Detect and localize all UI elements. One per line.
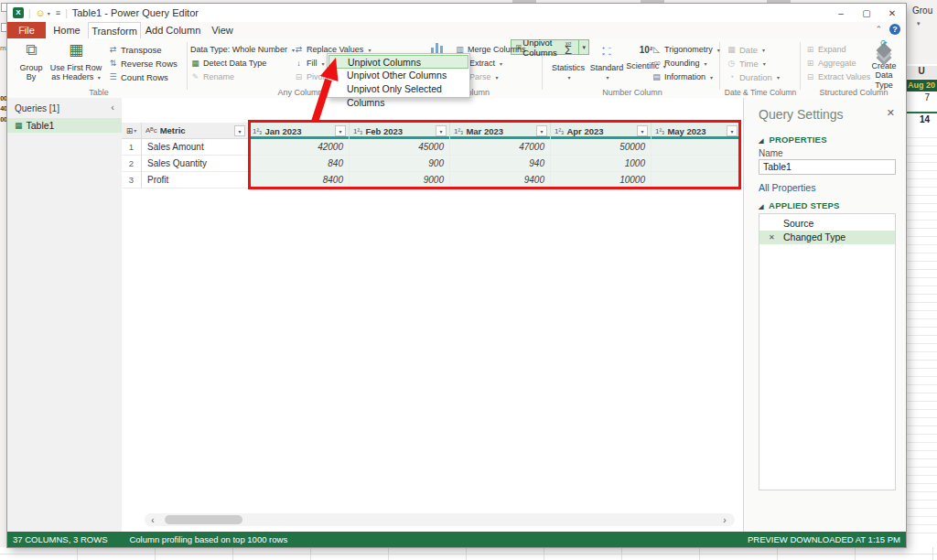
query-item-table1[interactable]: ▦ Table1 xyxy=(7,118,122,133)
grid-cell[interactable]: Profit xyxy=(142,172,249,188)
grid-cell[interactable]: 50000 xyxy=(551,139,652,156)
group-by-button[interactable]: ⧉ Group By xyxy=(15,41,48,82)
grid-cell[interactable] xyxy=(652,172,741,188)
fill-button[interactable]: ↓ Fill ▾ xyxy=(294,57,325,70)
rounding-button[interactable]: .00 Rounding ▾ xyxy=(652,57,707,70)
column-header-feb-2023[interactable]: 1²₃Feb 2023▾ xyxy=(350,123,450,139)
delete-step-icon[interactable]: ✕ xyxy=(769,231,775,244)
excel-cell-value: 00 xyxy=(0,116,7,123)
grid-cell[interactable]: 940 xyxy=(450,156,551,172)
ribbon-tabs: File Home Transform Add Column View xyxy=(7,22,906,39)
minimize-button[interactable]: – xyxy=(835,8,847,18)
menu-item-1[interactable]: Unpivot Other Columns xyxy=(328,69,468,82)
button-label: Parse xyxy=(469,72,491,81)
menu-item-0[interactable]: Unpivot Columns xyxy=(328,55,468,69)
grid-cell[interactable]: Sales Quantity xyxy=(142,156,249,172)
data-type-button[interactable]: Data Type: Whole Number ▾ xyxy=(190,43,295,56)
column-header-may-2023[interactable]: 1²₃May 2023▾ xyxy=(652,123,741,139)
grid-cell[interactable]: 9000 xyxy=(350,172,450,188)
feedback-smiley-icon[interactable]: ☺ xyxy=(36,7,46,18)
grid-cell[interactable]: 900 xyxy=(350,156,450,172)
grid-cell[interactable]: 840 xyxy=(249,156,350,172)
query-name-input[interactable]: Table1 xyxy=(759,159,896,175)
rename-button[interactable]: ✎ Rename xyxy=(190,70,234,83)
statistics-button[interactable]: χσΣ Statistics ▾ xyxy=(549,41,587,82)
column-header-jan-2023[interactable]: 1²₃Jan 2023▾ xyxy=(249,123,350,139)
all-properties-link[interactable]: All Properties xyxy=(759,182,815,193)
date-icon: ▦ xyxy=(727,45,737,54)
rename-icon: ✎ xyxy=(190,72,200,81)
grid-cell[interactable]: 47000 xyxy=(450,139,551,156)
tab-file[interactable]: File xyxy=(7,22,46,38)
time-button[interactable]: ◷ Time ▾ xyxy=(727,57,766,70)
excel-rows xyxy=(906,130,937,534)
filter-button[interactable]: ▾ xyxy=(727,125,738,136)
group-separator xyxy=(800,42,801,90)
extract-values-button[interactable]: ⊟ Extract Values xyxy=(805,70,870,83)
grid-cell[interactable] xyxy=(652,156,741,172)
standard-button[interactable]: +−×÷ Standard ▾ xyxy=(587,41,626,82)
horizontal-scrollbar[interactable]: ‹ › xyxy=(145,513,735,526)
column-header-apr-2023[interactable]: 1²₃Apr 2023▾ xyxy=(551,123,652,139)
date-button[interactable]: ▦ Date ▾ xyxy=(727,43,765,56)
scroll-right-icon[interactable]: › xyxy=(716,515,733,525)
count-rows-button[interactable]: ☰ Count Rows xyxy=(108,70,168,83)
duration-button[interactable]: ◔ Duration ▾ xyxy=(727,70,780,83)
scrollbar-thumb[interactable] xyxy=(165,515,242,524)
filter-button[interactable]: ▾ xyxy=(436,125,447,136)
aggregate-button[interactable]: ⊞ Aggregate xyxy=(805,57,856,70)
tab-transform[interactable]: Transform xyxy=(88,22,141,39)
close-button[interactable]: ✕ xyxy=(886,8,899,18)
tab-add-column[interactable]: Add Column xyxy=(141,22,205,38)
use-first-row-button[interactable]: ▦ Use First Row as Headers ▾ xyxy=(49,41,102,82)
close-panel-icon[interactable]: ✕ xyxy=(887,107,895,119)
filter-button[interactable]: ▾ xyxy=(335,125,346,136)
scroll-left-icon[interactable]: ‹ xyxy=(145,515,161,525)
trigonometry-button[interactable]: ◺ Trigonometry ▾ xyxy=(652,43,720,56)
help-icon[interactable]: ? xyxy=(889,24,900,35)
properties-header[interactable]: ◢ PROPERTIES xyxy=(759,135,827,145)
reverse-rows-button[interactable]: ⇅ Reverse Rows xyxy=(108,57,178,70)
filter-button[interactable]: ▾ xyxy=(637,125,648,136)
button-label: Merge Columns xyxy=(468,45,526,54)
applied-step-source[interactable]: Source xyxy=(759,217,895,231)
grid-cell[interactable]: 10000 xyxy=(551,172,652,188)
table-row: 3Profit84009000940010000 xyxy=(122,172,741,188)
excel-cell-value: 7 xyxy=(924,92,930,102)
expand-button[interactable]: ⊞ Expand xyxy=(805,43,846,56)
create-data-type-button[interactable]: ⟳ Create Data Type xyxy=(866,41,902,90)
applied-steps-header[interactable]: ◢ APPLIED STEPS xyxy=(759,200,840,210)
row-number[interactable]: 3 xyxy=(122,172,142,188)
filter-button[interactable]: ▾ xyxy=(536,125,547,136)
collapse-panel-icon[interactable]: ‹ xyxy=(111,102,114,113)
collapse-ribbon-icon[interactable]: ⌃ xyxy=(875,25,882,34)
row-number[interactable]: 1 xyxy=(122,139,142,156)
filter-button[interactable]: ▾ xyxy=(234,125,245,136)
chevron-down-icon[interactable]: ▾ xyxy=(48,10,50,16)
tab-home[interactable]: Home xyxy=(46,22,88,38)
information-button[interactable]: ▤ Information ▾ xyxy=(652,70,713,83)
chevron-down-icon: ▾ xyxy=(717,47,720,53)
column-header-metric[interactable]: AᴮᴄMetric▾ xyxy=(142,123,249,139)
row-number[interactable]: 2 xyxy=(122,156,142,172)
grid-header-row: ⊞ ▾ AᴮᴄMetric▾1²₃Jan 2023▾1²₃Feb 2023▾1²… xyxy=(122,123,741,139)
maximize-button[interactable]: ▢ xyxy=(860,8,873,18)
transpose-button[interactable]: ⇄ Transpose xyxy=(108,43,162,56)
menu-item-2[interactable]: Unpivot Only Selected Columns xyxy=(328,82,468,96)
grid-cell[interactable]: 1000 xyxy=(551,156,652,172)
applied-step-changed-type[interactable]: ✕Changed Type xyxy=(759,231,895,244)
grid-cell[interactable]: Sales Amount xyxy=(142,139,249,156)
column-type-icon: 1²₃ xyxy=(454,127,463,135)
grid-cell[interactable]: 8400 xyxy=(249,172,350,188)
tab-view[interactable]: View xyxy=(205,22,240,38)
grid-cell[interactable]: 9400 xyxy=(450,172,551,188)
grid-body: 1Sales Amount420004500047000500002Sales … xyxy=(122,139,741,188)
grid-cell[interactable] xyxy=(652,139,741,156)
table-menu-icon[interactable]: ⊞ xyxy=(126,126,134,135)
grid-cell[interactable]: 42000 xyxy=(249,139,350,156)
detect-data-type-button[interactable]: ▦ Detect Data Type xyxy=(190,57,266,70)
select-all-corner[interactable]: ⊞ ▾ xyxy=(122,123,142,139)
grid-cell[interactable]: 45000 xyxy=(350,139,450,156)
quick-access-menu-icon[interactable]: ≡ xyxy=(56,8,60,17)
column-header-mar-2023[interactable]: 1²₃Mar 2023▾ xyxy=(450,123,551,139)
